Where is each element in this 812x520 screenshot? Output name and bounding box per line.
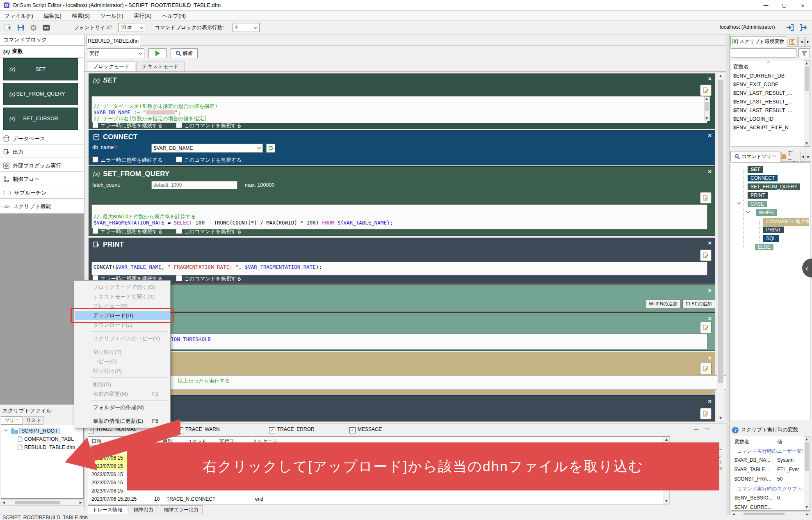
edit-icon[interactable] xyxy=(700,192,712,204)
font-size-select[interactable]: 10 pt xyxy=(118,23,145,32)
continue-on-error-checkbox[interactable]: エラー時に処理を継続する xyxy=(92,228,163,235)
scroll-down-icon[interactable]: ▼ xyxy=(805,142,808,145)
print-code-area[interactable]: CONCAT($VAR_TABLE_NAME, " FRAGMENTATION … xyxy=(91,262,707,275)
editor-tab[interactable]: REBUILD_TABLE.dhn xyxy=(86,36,140,46)
add-else-button[interactable]: ELSEの追加 xyxy=(682,299,715,308)
env-var-item[interactable]: $ENV_LAST_RESULT_... xyxy=(733,99,792,105)
logout-icon[interactable] xyxy=(798,23,808,32)
env-var-item[interactable]: $ENV_SCRIPT_FILE_N xyxy=(733,125,789,131)
block-comment[interactable]: × 以上だったら実行する xyxy=(89,352,715,394)
menu-run[interactable]: 実行(X) xyxy=(129,11,156,21)
ignore-command-checkbox[interactable]: このコマンドを無視する xyxy=(176,122,242,129)
close-icon[interactable]: × xyxy=(708,76,712,82)
block-set-from-query[interactable]: (x) SET_FROM_QUERY × fetch_count: max: 1… xyxy=(89,166,715,236)
tab-scroll-right[interactable]: ▶ xyxy=(806,152,811,162)
tree-node-sql[interactable]: SQL xyxy=(763,235,779,242)
env-var-item[interactable]: $ENV_LAST_RESULT_... xyxy=(733,90,792,96)
env-var-item[interactable]: $ENV_CURRENT_DB xyxy=(733,73,785,79)
block-print[interactable]: PRINT × CONCAT($VAR_TABLE_NAME, " FRAGME… xyxy=(89,238,715,284)
menu-refresh[interactable]: 最新の情報に更新(E)F5 xyxy=(75,416,170,426)
tab-tree[interactable]: ツリー xyxy=(1,416,23,425)
edit-icon[interactable] xyxy=(700,85,712,96)
tree-node-print-2[interactable]: PRINT xyxy=(763,227,784,233)
menu-delete[interactable]: 削除(D) xyxy=(75,380,170,389)
preview-icon[interactable] xyxy=(41,23,51,32)
close-icon[interactable]: × xyxy=(708,132,712,138)
runtime-var-name[interactable]: $ENV_CURRE... xyxy=(734,504,772,510)
palette-group-script-functions[interactable]: </> スクリプト機能 xyxy=(0,201,84,212)
menu-download[interactable]: ダウンロード(L) xyxy=(75,320,170,330)
tree-root-item[interactable]: SCRIPT_ROOT xyxy=(19,428,60,434)
tree-node-comment[interactable]: COMMENT< 断片率 xyxy=(763,218,809,226)
set-code-area[interactable]: // データベース名(引数が未指定の場合の値を指定) $VAR_DB_NAME … xyxy=(91,96,707,123)
palette-group-external-program[interactable]: 外部プログラム実行 xyxy=(0,160,84,172)
scroll-right-icon[interactable]: ▶ xyxy=(80,501,82,504)
tree-node-connect[interactable]: CONNECT xyxy=(748,175,778,181)
scroll-down-icon[interactable]: ▼ xyxy=(705,117,708,120)
menu-open-text-mode[interactable]: テキストモードで開く(X) xyxy=(75,292,170,301)
block-lines-select[interactable]: 4 xyxy=(233,23,260,32)
tab-block-mode[interactable]: ブロックモード xyxy=(87,62,135,71)
runtime-var-name[interactable]: $ENV_SESSIO... xyxy=(734,495,773,501)
runtime-scrollbar[interactable]: ▲ ▼ xyxy=(804,436,810,510)
palette-item-set-from-query[interactable]: (x) SET_FROM_QUERY xyxy=(3,83,78,105)
palette-group-output[interactable]: 出力 xyxy=(0,147,84,158)
tree-node-case[interactable]: CASE xyxy=(748,201,767,207)
palette-item-set-cursor[interactable]: (x) SET_CURSOR xyxy=(3,108,78,130)
new-script-icon[interactable] xyxy=(3,23,13,32)
menu-upload[interactable]: アップロード(U) xyxy=(75,311,170,320)
continue-on-error-checkbox[interactable]: エラー時に処理を継続する xyxy=(92,156,163,164)
maximize-button[interactable]: ▢ xyxy=(775,0,794,11)
env-vars-list[interactable]: ^ 変数名 $ENV_CURRENT_DB $ENV_EXIT_CODE $EN… xyxy=(731,60,810,147)
menu-copy-script-path[interactable]: スクリプトパスのコピー(Y) xyxy=(75,334,170,343)
tab-user-vars[interactable]: $ xyxy=(787,37,798,47)
env-var-item[interactable]: $ENV_LOGIN_ID xyxy=(733,116,773,122)
edit-icon[interactable] xyxy=(700,363,712,374)
filter-funnel-button[interactable] xyxy=(798,48,810,58)
edit-icon[interactable] xyxy=(700,250,712,261)
file-tree-hscrollbar[interactable]: ◀ ▶ xyxy=(1,499,84,506)
close-icon[interactable]: × xyxy=(708,398,712,404)
runtime-var-name[interactable]: $CONST_FRA... xyxy=(734,476,771,482)
db-name-select[interactable]: $VAR_DB_NAME xyxy=(151,144,263,153)
when-code-area[interactable]: RATE >= $CONST_FRAGMENTATION_THRESHOLD xyxy=(91,333,707,349)
minimize-button[interactable]: — xyxy=(757,0,775,11)
expander-icon[interactable] xyxy=(746,210,750,213)
menu-edit[interactable]: 編集(E) xyxy=(39,11,66,21)
env-var-item[interactable]: $ENV_EXIT_CODE xyxy=(733,82,778,87)
menu-open-block-mode[interactable]: ブロックモードで開く(O) xyxy=(75,282,170,292)
comment-code-area[interactable]: 以上だったら実行する xyxy=(91,375,792,390)
ignore-command-checkbox[interactable]: このコマンドを無視する xyxy=(176,275,242,282)
scrollbar-thumb[interactable] xyxy=(705,102,709,111)
tab-stderr[interactable]: 標準エラー出力 xyxy=(160,505,203,514)
runtime-vars-table[interactable]: 変数名 値 コマンド実行時のユーザー変数 $VAR_DB_NA... Syste… xyxy=(731,436,810,511)
analyze-button[interactable]: 解析 xyxy=(171,48,198,58)
menu-copy[interactable]: コピー(C) xyxy=(75,357,170,366)
menu-cut[interactable]: 切り取り(T) xyxy=(75,347,170,357)
menu-rename[interactable]: 名前の変更(M)F2 xyxy=(75,389,170,399)
refresh-button[interactable] xyxy=(266,144,275,153)
scrollbar-thumb[interactable] xyxy=(805,66,809,91)
tree-node-print[interactable]: PRINT xyxy=(748,192,768,199)
tree-node-set-from-query[interactable]: SET_FROM_QUERY xyxy=(748,183,800,190)
scroll-up-icon[interactable]: ▲ xyxy=(665,438,668,441)
tree-node-set[interactable]: SET xyxy=(748,166,763,173)
close-icon[interactable]: × xyxy=(708,168,712,174)
scroll-up-icon[interactable]: ▲ xyxy=(705,97,708,101)
trace-row-last[interactable]: 2023/07/06 15:28:25 10 TRACE_N... CONNEC… xyxy=(89,495,663,503)
menu-paste[interactable]: 貼り付け(P) xyxy=(75,366,170,376)
close-icon[interactable]: × xyxy=(708,287,712,293)
tab-list[interactable]: リスト xyxy=(24,416,43,425)
ignore-command-checkbox[interactable]: このコマンドを無視する xyxy=(176,228,242,235)
tab-scroll-left[interactable]: ◀ xyxy=(798,37,805,47)
menu-help[interactable]: ヘルプ(H) xyxy=(157,11,190,21)
login-icon[interactable] xyxy=(785,23,795,32)
run-mode-select[interactable]: 実行 xyxy=(87,48,144,58)
command-tree-box[interactable]: SET CONNECT SET_FROM_QUERY PRINT CASE WH… xyxy=(731,163,810,420)
close-icon[interactable]: × xyxy=(708,315,712,321)
settings-gear-icon[interactable] xyxy=(28,23,38,32)
block-when[interactable]: × RATE >= $CONST_FRAGMENTATION_THRESHOLD xyxy=(89,312,715,351)
env-var-item[interactable]: $ENV_LAST_RESULT_... xyxy=(733,108,792,113)
scroll-down-icon[interactable]: ▼ xyxy=(719,417,722,420)
menu-preview[interactable]: プレビュー(R) xyxy=(75,301,170,311)
